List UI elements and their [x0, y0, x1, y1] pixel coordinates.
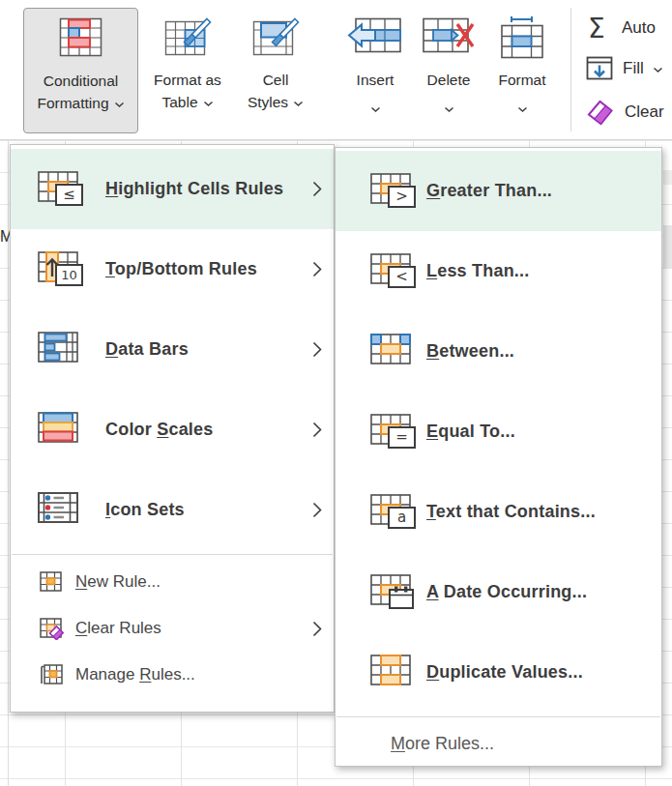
chevron-down-icon [517, 100, 528, 117]
text-that-contains-icon: a [370, 494, 417, 531]
menu-separator [12, 554, 333, 555]
date-occurring-icon [370, 574, 417, 611]
submenu-arrow-icon [312, 341, 322, 358]
fill-label: Fill [623, 59, 644, 78]
fill-down-icon [586, 55, 614, 81]
menu-item-clear-rules[interactable]: Clear Rules [11, 605, 334, 652]
chevron-down-icon [444, 100, 454, 117]
submenu-arrow-icon [312, 261, 322, 277]
delete-label: Delete [427, 69, 471, 91]
submenu-arrow-icon [312, 502, 322, 518]
svg-text:Σ: Σ [588, 13, 605, 44]
highlight-cells-rules-icon: ≤ [38, 171, 84, 208]
top-bottom-rules-icon: 10 [38, 251, 84, 288]
delete-icon [421, 16, 477, 55]
menu-item-manage-rules[interactable]: Manage Rules... [11, 652, 334, 698]
eraser-icon [586, 97, 616, 127]
autosum-button[interactable]: ΣAuto [586, 13, 656, 44]
submenu-arrow-icon [312, 422, 322, 438]
menu-item-data-bars[interactable]: Data Bars [11, 309, 334, 390]
submenu-item-a-date-occurring[interactable]: A Date Occurring... [336, 552, 661, 632]
less-than-icon: < [370, 253, 417, 290]
cell-styles-button[interactable]: CellStyles [236, 8, 315, 131]
svg-text:≤: ≤ [63, 186, 75, 203]
submenu-arrow-icon [312, 621, 322, 637]
conditional-formatting-menu: ≤Highlight Cells Rules10Top/Bottom Rules… [10, 144, 335, 713]
insert-button[interactable]: Insert [340, 8, 410, 131]
clear-label: Clear [625, 102, 664, 122]
clear-rules-icon [40, 617, 64, 640]
color-scales-icon [38, 412, 84, 449]
submenu-arrow-icon [312, 181, 322, 197]
clear-button[interactable]: Clear [586, 97, 664, 127]
delete-button[interactable]: Delete [414, 8, 483, 131]
svg-text:>: > [395, 188, 408, 205]
menu-item-icon-sets[interactable]: Icon Sets [11, 470, 334, 550]
chevron-down-icon [203, 91, 214, 113]
submenu-item-between[interactable]: Between... [336, 311, 661, 392]
excel-ribbon: ConditionalFormattingFormat asTableCellS… [0, 0, 672, 140]
duplicate-values-icon [370, 655, 417, 691]
svg-text:10: 10 [61, 268, 77, 282]
spreadsheet-cell-fragment [663, 225, 672, 268]
highlight-cells-rules-submenu: >Greater Than...<Less Than...Between...=… [335, 147, 662, 767]
spreadsheet-cell-fragment [663, 170, 672, 185]
conditional-formatting-button[interactable]: ConditionalFormatting [23, 8, 138, 133]
chevron-down-icon [653, 59, 663, 78]
icon-sets-icon [38, 492, 84, 529]
data-bars-icon [38, 332, 84, 368]
format-as-table-icon [164, 16, 212, 59]
between-icon [370, 334, 417, 370]
submenu-item-greater-than[interactable]: >Greater Than... [336, 151, 661, 231]
submenu-item-less-than[interactable]: <Less Than... [336, 231, 661, 311]
cell-styles-icon [252, 16, 300, 59]
menu-item-top-bottom-rules[interactable]: 10Top/Bottom Rules [11, 229, 334, 309]
autosum-label: Auto [622, 18, 656, 38]
svg-text:a: a [397, 509, 406, 526]
greater-than-icon: > [370, 173, 417, 210]
format-as-table-button[interactable]: Format asTable [144, 8, 231, 131]
submenu-item-duplicate-values[interactable]: Duplicate Values... [336, 632, 661, 713]
insert-icon [347, 16, 403, 55]
svg-text:=: = [395, 428, 408, 446]
ribbon-group-divider [570, 8, 571, 131]
insert-label: Insert [357, 69, 394, 91]
menu-separator [336, 716, 660, 717]
new-rule-icon [40, 570, 64, 594]
fill-button[interactable]: Fill [586, 55, 663, 81]
menu-item-color-scales[interactable]: Color Scales [11, 390, 334, 470]
submenu-item-equal-to[interactable]: =Equal To... [336, 392, 661, 472]
equal-to-icon: = [370, 414, 417, 451]
submenu-item-more-rules[interactable]: More Rules... [336, 721, 661, 766]
chevron-down-icon [114, 92, 125, 114]
menu-item-new-rule[interactable]: New Rule... [11, 559, 334, 605]
submenu-item-text-that-contains[interactable]: aText that Contains... [336, 472, 661, 552]
format-label: Format [498, 69, 545, 91]
format-as-table-label: Format asTable [154, 69, 221, 114]
format-icon [500, 16, 545, 60]
chevron-down-icon [370, 100, 381, 117]
svg-text:<: < [395, 268, 408, 285]
chevron-down-icon [293, 91, 304, 113]
manage-rules-icon [40, 663, 64, 686]
conditional-formatting-icon [59, 17, 103, 58]
cell-styles-label: CellStyles [248, 69, 304, 114]
menu-item-highlight-cells-rules[interactable]: ≤Highlight Cells Rules [11, 149, 334, 229]
sigma-icon: Σ [586, 13, 613, 44]
conditional-formatting-label: ConditionalFormatting [37, 70, 124, 115]
format-button[interactable]: Format [487, 8, 557, 131]
